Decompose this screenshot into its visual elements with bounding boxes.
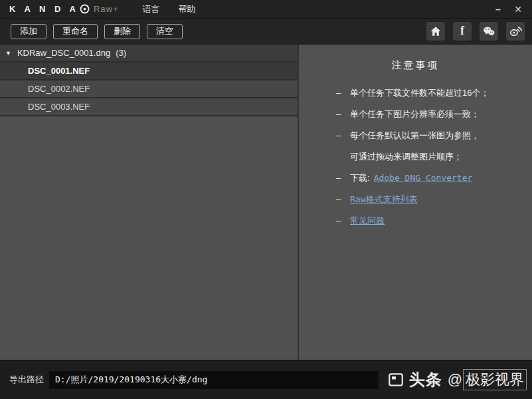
note-text: 可通过拖动来调整图片顺序； [350, 146, 462, 168]
weibo-button[interactable] [506, 22, 525, 41]
main-area: ▼ KDRaw_DSC_0001.dng (3) DSC_0001.NEF DS… [0, 45, 532, 360]
file-row-dsc0003[interactable]: DSC_0003.NEF [0, 98, 298, 116]
file-row-dsc0002[interactable]: DSC_0002.NEF [0, 80, 298, 98]
note-bullet: – [336, 104, 350, 125]
minimize-button[interactable]: – [488, 0, 508, 19]
window-controls: – ✕ [488, 0, 532, 19]
file-name: DSC_0002.NEF [28, 84, 90, 94]
kandao-o-icon [80, 4, 90, 14]
notes-title: 注意事项 [299, 59, 532, 72]
note-bullet: – [336, 125, 350, 146]
watermark: 头条 @ 极影视界 [387, 369, 527, 390]
export-path-label: 导出路径 [9, 374, 44, 386]
menubar: 语言 帮助 [136, 1, 203, 17]
file-name: DSC_0003.NEF [28, 102, 90, 112]
menu-language[interactable]: 语言 [136, 1, 167, 17]
task-group-header[interactable]: ▼ KDRaw_DSC_0001.dng (3) [0, 45, 298, 63]
watermark-handle: 极影视界 [463, 369, 527, 390]
logo-kanda-text: K A N D A [9, 4, 79, 14]
menu-help[interactable]: 帮助 [172, 1, 203, 17]
export-path-input[interactable] [49, 371, 379, 389]
note-text: 单个任务下载文件数不能超过16个； [350, 82, 489, 104]
clear-button[interactable]: 清空 [147, 24, 183, 39]
note-text: 单个任务下图片分辨率必须一致； [350, 104, 480, 125]
note-text: 每个任务默认以第一张图为参照， [350, 125, 480, 146]
toutiao-page-icon [387, 371, 404, 388]
add-button[interactable]: 添加 [11, 24, 46, 39]
note-download-label: 下载: [350, 168, 370, 189]
logo-rawplus-text: Raw+ [94, 4, 119, 14]
app-logo: K A N D A Raw+ [9, 4, 119, 14]
facebook-button[interactable]: f [453, 22, 472, 41]
adobe-dng-converter-link[interactable]: Adobe DNG Converter [374, 168, 473, 189]
close-button[interactable]: ✕ [508, 0, 528, 19]
note-bullet: – [336, 210, 350, 231]
task-group-count: (3) [116, 48, 126, 58]
note-item: – 下载: Adobe DNG Converter [299, 168, 532, 189]
note-bullet: – [336, 82, 350, 104]
social-buttons: f [426, 22, 525, 41]
titlebar: K A N D A Raw+ 语言 帮助 – ✕ [0, 0, 532, 19]
home-icon [430, 25, 442, 37]
note-bullet: – [336, 189, 350, 210]
rename-button[interactable]: 重命名 [53, 24, 98, 39]
note-item: – Raw格式支持列表 [299, 189, 532, 210]
note-item: – 单个任务下图片分辨率必须一致； [299, 104, 532, 125]
wechat-button[interactable] [480, 22, 498, 41]
note-item: – 每个任务默认以第一张图为参照， [299, 125, 532, 146]
footer-bar: 导出路径 头条 @ 极影视界 [0, 360, 532, 399]
toolbar: 添加 重命名 删除 清空 f [0, 19, 532, 45]
notes-panel: 注意事项 – 单个任务下载文件数不能超过16个； – 单个任务下图片分辨率必须一… [299, 45, 532, 360]
facebook-icon: f [460, 25, 464, 38]
file-name: DSC_0001.NEF [28, 66, 90, 76]
raw-format-support-link[interactable]: Raw格式支持列表 [350, 189, 417, 210]
note-item: – 单个任务下载文件数不能超过16个； [299, 82, 532, 104]
file-row-dsc0001[interactable]: DSC_0001.NEF [0, 63, 298, 80]
task-list-panel: ▼ KDRaw_DSC_0001.dng (3) DSC_0001.NEF DS… [0, 45, 299, 360]
task-group-name: KDRaw_DSC_0001.dng [17, 48, 110, 58]
note-item-continuation: 可通过拖动来调整图片顺序； [299, 146, 532, 168]
home-button[interactable] [426, 22, 445, 41]
wechat-icon [482, 25, 495, 38]
faq-link[interactable]: 常见问题 [350, 210, 385, 231]
watermark-at: @ [448, 371, 462, 388]
watermark-brand: 头条 [409, 369, 442, 390]
note-bullet: – [336, 168, 350, 189]
note-item: – 常见问题 [299, 210, 532, 231]
collapse-triangle-icon[interactable]: ▼ [5, 50, 11, 57]
delete-button[interactable]: 删除 [104, 24, 140, 39]
weibo-icon [509, 25, 522, 38]
